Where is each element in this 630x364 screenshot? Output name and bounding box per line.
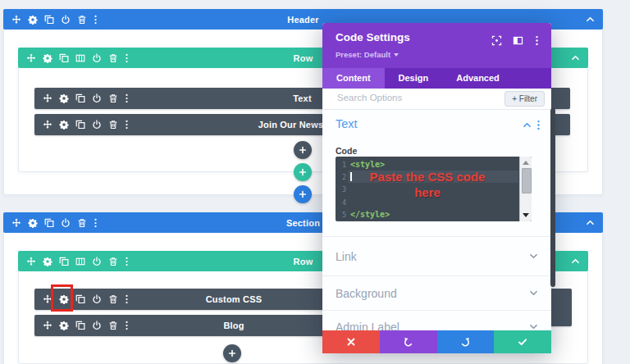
preset-selector[interactable]: Preset: Default <box>336 50 399 59</box>
editor-scrollbar[interactable] <box>519 157 532 221</box>
duplicate-icon[interactable] <box>75 294 85 304</box>
caret-down-icon <box>394 53 399 57</box>
check-icon <box>518 337 527 347</box>
code-editor[interactable]: 1 <style> 2 3 4 <box>336 157 532 221</box>
ellipsis-icon[interactable] <box>125 93 129 103</box>
chevron-up-icon[interactable] <box>586 15 595 24</box>
move-icon[interactable] <box>26 53 36 63</box>
gear-icon[interactable] <box>43 53 52 63</box>
scrollbar-thumb[interactable] <box>522 168 532 193</box>
disable-icon[interactable] <box>92 93 102 103</box>
discard-button[interactable] <box>322 330 380 353</box>
gear-icon[interactable] <box>43 257 52 266</box>
add-module-button[interactable] <box>223 344 241 362</box>
ellipsis-icon[interactable] <box>125 120 129 130</box>
add-section-button[interactable] <box>294 185 312 203</box>
chevron-down-icon <box>529 322 538 330</box>
link-toggle[interactable]: Link <box>322 236 551 275</box>
filter-button[interactable]: + Filter <box>504 91 545 107</box>
columns-icon[interactable] <box>75 53 85 63</box>
ellipsis-icon[interactable] <box>125 294 129 304</box>
disable-icon[interactable] <box>92 321 102 330</box>
save-button[interactable] <box>494 330 551 353</box>
plus-icon <box>299 190 307 198</box>
move-icon[interactable] <box>11 15 21 25</box>
trash-icon[interactable] <box>108 321 118 330</box>
trash-icon[interactable] <box>108 120 118 130</box>
chevron-up-icon[interactable] <box>571 53 580 62</box>
gear-icon[interactable] <box>28 218 38 228</box>
ellipsis-icon[interactable] <box>535 35 539 46</box>
trash-icon[interactable] <box>77 218 87 228</box>
paste-css-annotation: Paste the CSS code here <box>336 169 519 200</box>
gear-highlight-annotation <box>51 284 73 312</box>
undo-button[interactable] <box>380 330 437 353</box>
search-options-input[interactable] <box>336 92 470 103</box>
duplicate-icon[interactable] <box>44 218 54 228</box>
text-toggle-title[interactable]: Text <box>336 117 358 130</box>
divi-builder-page: Header Row Text <box>0 0 630 364</box>
disable-icon[interactable] <box>61 218 71 228</box>
move-icon[interactable] <box>43 321 52 330</box>
chevron-up-icon[interactable] <box>586 218 595 227</box>
duplicate-icon[interactable] <box>44 15 54 25</box>
ellipsis-icon[interactable] <box>125 53 129 63</box>
duplicate-icon[interactable] <box>75 321 85 330</box>
toggle-label: Admin Label <box>336 321 399 331</box>
trash-icon[interactable] <box>108 53 118 63</box>
trash-icon[interactable] <box>108 257 118 266</box>
trash-icon[interactable] <box>77 15 87 25</box>
chevron-down-icon <box>529 289 538 298</box>
trash-icon[interactable] <box>108 93 118 103</box>
annotation-line2: here <box>336 184 519 200</box>
chevron-up-icon[interactable] <box>523 121 532 130</box>
row-toolbar <box>18 53 129 63</box>
duplicate-icon[interactable] <box>59 53 69 63</box>
chevron-up-icon[interactable] <box>571 257 580 266</box>
disable-icon[interactable] <box>92 120 102 130</box>
ellipsis-icon[interactable] <box>94 15 98 25</box>
tab-content[interactable]: Content <box>322 68 385 89</box>
disable-icon[interactable] <box>92 53 102 63</box>
duplicate-icon[interactable] <box>75 93 85 103</box>
code-field-label: Code <box>336 146 357 156</box>
add-module-button[interactable] <box>294 141 312 159</box>
disable-icon[interactable] <box>61 15 71 25</box>
duplicate-icon[interactable] <box>75 120 85 130</box>
duplicate-icon[interactable] <box>59 257 69 266</box>
modal-header[interactable]: Code Settings Preset: Default <box>322 23 551 68</box>
disable-icon[interactable] <box>92 294 102 304</box>
ellipsis-icon[interactable] <box>536 120 541 130</box>
move-icon[interactable] <box>11 218 21 228</box>
add-row-button[interactable] <box>294 163 312 181</box>
gear-icon[interactable] <box>59 120 69 130</box>
scroll-up-arrow-icon[interactable] <box>523 161 529 165</box>
trash-icon[interactable] <box>108 294 118 304</box>
modal-title: Code Settings <box>336 31 410 43</box>
columns-icon[interactable] <box>75 257 85 266</box>
plus-icon <box>299 146 307 154</box>
admin-label-toggle[interactable]: Admin Label <box>322 310 551 330</box>
background-toggle[interactable]: Background <box>322 275 551 310</box>
dock-modal-icon[interactable] <box>513 35 523 46</box>
expand-modal-icon[interactable] <box>491 35 502 46</box>
modal-scrollbar-thumb[interactable] <box>550 108 555 287</box>
preset-label: Preset: Default <box>336 50 390 59</box>
undo-icon <box>404 337 413 347</box>
tab-design[interactable]: Design <box>385 68 443 89</box>
gear-icon[interactable] <box>59 321 69 330</box>
move-icon[interactable] <box>43 93 52 103</box>
modal-footer <box>322 330 551 353</box>
tab-advanced[interactable]: Advanced <box>442 68 514 89</box>
move-icon[interactable] <box>43 120 52 130</box>
ellipsis-icon[interactable] <box>125 257 129 266</box>
move-icon[interactable] <box>26 257 36 266</box>
disable-icon[interactable] <box>92 257 102 266</box>
ellipsis-icon[interactable] <box>94 218 98 228</box>
settings-tab-strip: Content Design Advanced <box>322 68 551 89</box>
redo-button[interactable] <box>437 330 495 353</box>
scroll-down-arrow-icon[interactable] <box>523 213 529 217</box>
ellipsis-icon[interactable] <box>125 321 129 330</box>
gear-icon[interactable] <box>59 93 69 103</box>
gear-icon[interactable] <box>28 15 38 25</box>
